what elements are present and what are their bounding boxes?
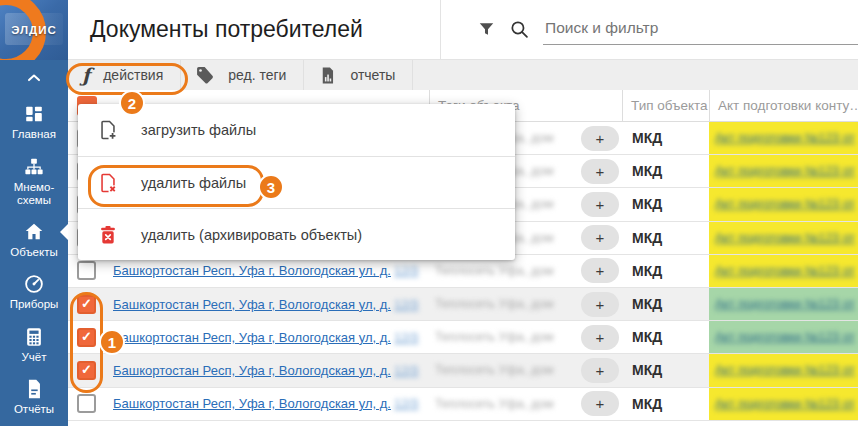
object-type-value: МКД	[622, 263, 662, 279]
actions-button-label: действия	[103, 67, 163, 83]
menu-item-delete-files[interactable]: удалить файлы	[78, 156, 515, 208]
redacted-house-number: 12/3	[394, 364, 418, 378]
redacted-act-link[interactable]: Акт подготовки №123 от 2023	[715, 330, 855, 344]
add-tag-button[interactable]: +	[581, 126, 619, 151]
redacted-act-link[interactable]: Акт подготовки №123 от 2023	[715, 363, 855, 377]
object-type-value: МКД	[622, 163, 662, 179]
object-type-value: МКД	[622, 329, 662, 345]
annotation-badge-3: 3	[258, 174, 284, 200]
file-delete-icon	[97, 172, 119, 194]
redacted-house-number: 12/3	[394, 298, 418, 312]
object-address-link[interactable]: Башкортостан Респ, Уфа г, Вологодская ул…	[113, 363, 418, 378]
add-tag-button[interactable]: +	[581, 225, 619, 250]
annotation-badge-2: 2	[119, 90, 145, 116]
table-row: ✓Башкортостан Респ, Уфа г, Вологодская у…	[68, 354, 858, 387]
column-header-object-type[interactable]: Тип объекта	[622, 90, 709, 121]
redacted-act-link[interactable]: Акт подготовки №123 от 2023	[715, 297, 855, 311]
object-address-link[interactable]: Башкортостан Респ, Уфа г, Вологодская ул…	[113, 263, 418, 278]
redacted-act-link[interactable]: Акт подготовки №123 от 2023	[715, 397, 855, 411]
annotation-badge-1: 1	[99, 329, 125, 355]
redacted-house-number: 12/3	[394, 264, 418, 278]
sidebar-item-5[interactable]: Отчёты	[0, 378, 68, 416]
calculator-icon	[23, 326, 45, 348]
search-icon[interactable]	[509, 19, 530, 40]
redacted-tags-text: Теплосеть Уфа, дом 12	[435, 397, 557, 411]
sidebar-nav: ГлавнаяМнемо-схемыОбъектыПриборыУчётОтчё…	[0, 60, 68, 426]
add-tag-button[interactable]: +	[581, 292, 619, 317]
redacted-tags-text: Теплосеть Уфа, дом 12	[435, 363, 557, 377]
menu-item-label: загрузить файлы	[141, 122, 256, 138]
add-tag-button[interactable]: +	[581, 159, 619, 184]
table-row: ✓Башкортостан Респ, Уфа г, Вологодская у…	[68, 288, 858, 321]
row-checkbox[interactable]: ✓	[77, 295, 96, 314]
brand-logo[interactable]: ЭЛДИС	[0, 0, 68, 60]
act-status-cell: Акт подготовки №123 от 2023	[709, 188, 858, 220]
row-checkbox[interactable]: ✓	[77, 328, 96, 347]
object-address-link[interactable]: Башкортостан Респ, Уфа г, Вологодская ул…	[113, 297, 418, 312]
object-type-value: МКД	[622, 362, 662, 378]
add-tag-button[interactable]: +	[581, 192, 619, 217]
column-header-act[interactable]: Акт подготовки конту…	[709, 90, 858, 121]
sidebar-item-1[interactable]: Мнемо-схемы	[0, 156, 68, 207]
actions-dropdown-menu: загрузить файлы удалить файлы удалить (а…	[78, 104, 515, 260]
report-chart-icon	[318, 66, 337, 85]
object-type-value: МКД	[622, 296, 662, 312]
act-status-cell: Акт подготовки №123 от 2023	[709, 122, 858, 154]
chevron-up-icon	[24, 68, 44, 88]
partial-next-row	[68, 421, 858, 426]
redacted-act-link[interactable]: Акт подготовки №123 от 2023	[715, 197, 855, 211]
edit-tags-button-label: ред. теги	[228, 67, 286, 83]
sidebar-item-0[interactable]: Главная	[0, 103, 68, 141]
sidebar-item-label: Отчёты	[14, 403, 54, 416]
collapse-sidebar-button[interactable]	[24, 67, 44, 89]
add-tag-button[interactable]: +	[581, 258, 619, 283]
act-status-cell: Акт подготовки №123 от 2023	[709, 222, 858, 254]
redacted-house-number: 12/3	[394, 397, 418, 411]
actions-button[interactable]: ƒ действия	[68, 60, 181, 90]
sidebar-item-label: Мнемо-схемы	[0, 181, 68, 207]
redacted-tags-text: Теплосеть Уфа, дом 12	[435, 297, 557, 311]
sidebar-item-2[interactable]: Объекты	[0, 221, 68, 259]
sidebar-item-label: Учёт	[22, 351, 47, 364]
search-input[interactable]	[543, 15, 858, 45]
edit-tags-button[interactable]: ред. теги	[181, 60, 304, 90]
trash-icon	[97, 224, 119, 246]
sidebar-item-label: Объекты	[10, 246, 57, 259]
gauge-icon	[23, 273, 45, 295]
row-checkbox[interactable]	[77, 394, 96, 413]
filter-icon[interactable]	[477, 20, 496, 39]
toolbar: ƒ действия ред. теги отчеты	[68, 60, 858, 90]
redacted-tags-text: Теплосеть Уфа, дом 12	[435, 330, 557, 344]
menu-item-archive-objects[interactable]: удалить (архивировать объекты)	[78, 208, 515, 260]
reports-button[interactable]: отчеты	[304, 60, 413, 90]
home-icon	[23, 221, 45, 243]
redacted-house-number: 12/3	[394, 331, 418, 345]
act-status-cell: Акт подготовки №123 от 2023	[709, 255, 858, 287]
act-status-cell: Акт подготовки №123 от 2023	[709, 155, 858, 187]
add-tag-button[interactable]: +	[581, 325, 619, 350]
redacted-act-link[interactable]: Акт подготовки №123 от 2023	[715, 231, 855, 245]
redacted-act-link[interactable]: Акт подготовки №123 от 2023	[715, 131, 855, 145]
act-status-cell: Акт подготовки №123 от 2023	[709, 321, 858, 353]
row-checkbox[interactable]: ✓	[77, 361, 96, 380]
sidebar-item-label: Главная	[12, 128, 56, 141]
add-tag-button[interactable]: +	[581, 391, 619, 416]
sidebar-item-3[interactable]: Приборы	[0, 273, 68, 311]
report-icon	[23, 378, 45, 400]
object-type-value: МКД	[622, 230, 662, 246]
sitemap-icon	[23, 156, 45, 178]
act-status-cell: Акт подготовки №123 от 2023	[709, 388, 858, 420]
redacted-tags-text: Теплосеть Уфа, дом 12	[435, 264, 557, 278]
active-item-notch	[60, 224, 68, 240]
menu-item-upload-files[interactable]: загрузить файлы	[78, 104, 515, 156]
add-tag-button[interactable]: +	[581, 358, 619, 383]
redacted-act-link[interactable]: Акт подготовки №123 от 2023	[715, 164, 855, 178]
table-row: ✓Башкортостан Респ, Уфа г, Вологодская у…	[68, 321, 858, 354]
table-row: Башкортостан Респ, Уфа г, Вологодская ул…	[68, 388, 858, 421]
object-address-link[interactable]: Башкортостан Респ, Уфа г, Вологодская ул…	[113, 396, 418, 411]
redacted-act-link[interactable]: Акт подготовки №123 от 2023	[715, 264, 855, 278]
sidebar-item-4[interactable]: Учёт	[0, 326, 68, 364]
dashboard-icon	[23, 103, 45, 125]
object-address-link[interactable]: Башкортостан Респ, Уфа г, Вологодская ул…	[113, 330, 418, 345]
row-checkbox[interactable]	[77, 261, 96, 280]
